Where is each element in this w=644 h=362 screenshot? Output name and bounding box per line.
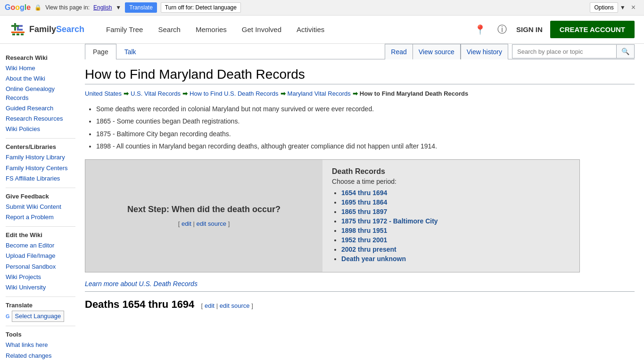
sidebar-item-online-genealogy[interactable]: Online Genealogy Records — [6, 84, 75, 103]
breadcrumb-maryland-vital-records[interactable]: Maryland Vital Records — [288, 90, 351, 97]
nav-link-search[interactable]: Search — [150, 16, 188, 44]
list-item: Some deaths were recorded in colonial Ma… — [96, 104, 635, 114]
list-item: 1952 thru 2001 — [341, 236, 570, 244]
sidebar-item-wiki-university[interactable]: Wiki University — [6, 282, 75, 293]
breadcrumb-us-vital-records[interactable]: U.S. Vital Records — [131, 90, 181, 97]
sidebar-item-what-links[interactable]: What links here — [6, 340, 75, 350]
sidebar-section-feedback: Give Feedback — [6, 193, 75, 200]
sidebar-item-wiki-policies[interactable]: Wiki Policies — [6, 124, 75, 134]
create-account-button[interactable]: CREATE ACCOUNT — [550, 21, 635, 38]
sidebar-item-fh-library[interactable]: Family History Library — [6, 152, 75, 163]
sidebar-item-upload-file[interactable]: Upload File/Image — [6, 251, 75, 261]
list-item: 2002 thru present — [341, 246, 570, 253]
lock-icon: 🔒 — [34, 4, 41, 11]
nav-links: Family Tree Search Memories Get Involved… — [99, 16, 472, 44]
sidebar-item-personal-sandbox[interactable]: Personal Sandbox — [6, 262, 75, 272]
info-table-right-subtitle: Choose a time period: — [332, 178, 570, 185]
period-link-1898[interactable]: 1898 thru 1951 — [341, 227, 387, 234]
sidebar-item-research-resources[interactable]: Research Resources — [6, 114, 75, 124]
sidebar-item-fh-centers[interactable]: Family History Centers — [6, 163, 75, 173]
period-link-1695[interactable]: 1695 thru 1864 — [341, 198, 387, 206]
info-table-left-text: Next Step: When did the death occur? — [95, 205, 313, 214]
google-small-logo: G — [6, 313, 10, 319]
action-view-history[interactable]: View history — [461, 44, 508, 59]
section-edit-source-link[interactable]: edit source — [220, 302, 250, 309]
nav-link-activities[interactable]: Activities — [289, 16, 332, 44]
sidebar-item-fs-affiliate[interactable]: FS Affiliate Libraries — [6, 173, 75, 184]
search-button[interactable]: 🔍 — [616, 45, 634, 58]
list-item: 1695 thru 1864 — [341, 198, 570, 206]
breadcrumb-arrow-4: ➡ — [353, 90, 358, 97]
period-link-1952[interactable]: 1952 thru 2001 — [341, 236, 387, 244]
list-item: 1654 thru 1694 — [341, 189, 570, 197]
search-input[interactable] — [512, 45, 616, 58]
language-dropdown-icon[interactable]: ▼ — [116, 4, 121, 11]
svg-rect-2 — [11, 25, 19, 27]
list-item: 1898 - All counties in Maryland began re… — [96, 141, 635, 151]
sidebar-item-wiki-home[interactable]: Wiki Home — [6, 63, 75, 74]
options-button[interactable]: Options — [590, 2, 618, 13]
breadcrumb: United States ➡ U.S. Vital Records ➡ How… — [85, 90, 635, 97]
sidebar-item-wiki-projects[interactable]: Wiki Projects — [6, 272, 75, 282]
svg-rect-9 — [21, 33, 24, 35]
sidebar-divider-2 — [6, 188, 75, 188]
help-icon-button[interactable]: ⓘ — [495, 21, 509, 38]
options-dropdown-icon: ▼ — [620, 4, 626, 11]
logo-link[interactable]: FamilySearch — [9, 21, 84, 38]
breadcrumb-us-death-records[interactable]: How to Find U.S. Death Records — [190, 90, 279, 97]
sidebar-item-submit-wiki[interactable]: Submit Wiki Content — [6, 202, 75, 212]
list-item: 1865 thru 1897 — [341, 208, 570, 215]
translate-button[interactable]: Translate — [125, 2, 157, 13]
sidebar-item-select-language[interactable]: Select Language — [12, 311, 65, 322]
main-content: Page Talk Read View source View history … — [75, 44, 644, 362]
svg-rect-3 — [17, 27, 19, 31]
learn-more-paragraph: Learn more about U.S. Death Records — [85, 280, 635, 288]
info-table-edit-source-link[interactable]: edit source — [197, 220, 227, 227]
sidebar-section-research-wiki: Research Wiki — [6, 54, 75, 61]
nav-link-memories[interactable]: Memories — [188, 16, 234, 44]
action-view-source[interactable]: View source — [413, 44, 461, 59]
translate-bar-close-button[interactable]: × — [627, 2, 639, 13]
section-edit-brackets: [ edit | edit source ] — [201, 302, 253, 309]
period-link-1654[interactable]: 1654 thru 1694 — [341, 189, 387, 197]
turnoff-button[interactable]: Turn off for: Detect language — [161, 2, 241, 13]
tab-talk[interactable]: Talk — [116, 44, 144, 59]
info-table-left: Next Step: When did the death occur? [ e… — [85, 159, 323, 272]
info-table-edit-link[interactable]: edit — [182, 220, 191, 227]
sidebar-item-about-wiki[interactable]: About the Wiki — [6, 74, 75, 84]
svg-rect-8 — [17, 33, 19, 35]
svg-rect-4 — [19, 25, 23, 27]
translate-bar-label: View this page in: — [45, 4, 90, 11]
period-link-unknown[interactable]: Death year unknown — [341, 255, 406, 263]
location-icon-button[interactable]: 📍 — [472, 22, 488, 37]
intro-list: Some deaths were recorded in colonial Ma… — [96, 104, 635, 152]
sidebar-item-related-changes[interactable]: Related changes — [6, 351, 75, 361]
sidebar-item-become-editor[interactable]: Become an Editor — [6, 240, 75, 251]
period-link-2002[interactable]: 2002 thru present — [341, 246, 396, 253]
section-edit-link[interactable]: edit — [205, 302, 215, 309]
search-box: 🔍 — [512, 44, 635, 58]
nav-link-family-tree[interactable]: Family Tree — [99, 16, 150, 44]
sidebar-section-tools: Tools — [6, 331, 75, 338]
info-table-right: Death Records Choose a time period: 1654… — [322, 159, 579, 272]
sidebar-item-guided-research[interactable]: Guided Research — [6, 103, 75, 114]
language-link[interactable]: English — [93, 4, 112, 11]
article: How to Find Maryland Death Records Unite… — [85, 67, 635, 311]
action-read[interactable]: Read — [385, 44, 412, 59]
info-table-edit-links: [ edit | edit source ] — [95, 220, 313, 227]
sidebar-divider-4 — [6, 296, 75, 297]
learn-more-link[interactable]: Learn more about U.S. Death Records — [85, 280, 198, 288]
section-title: Deaths 1654 thru 1694 [ edit | edit sour… — [85, 298, 635, 311]
nav-right: 📍 ⓘ SIGN IN CREATE ACCOUNT — [472, 21, 635, 38]
sign-in-button[interactable]: SIGN IN — [516, 25, 543, 33]
nav-link-get-involved[interactable]: Get Involved — [234, 16, 289, 44]
breadcrumb-united-states[interactable]: United States — [85, 90, 122, 97]
sidebar-item-report-problem[interactable]: Report a Problem — [6, 212, 75, 222]
tab-page[interactable]: Page — [85, 44, 116, 59]
period-link-1875[interactable]: 1875 thru 1972 - Baltimore City — [341, 217, 438, 225]
breadcrumb-arrow-1: ➡ — [124, 90, 129, 97]
period-link-1865[interactable]: 1865 thru 1897 — [341, 208, 387, 215]
familysearch-logo-icon — [9, 21, 26, 38]
sidebar-divider-5 — [6, 326, 75, 326]
list-item: Death year unknown — [341, 255, 570, 263]
